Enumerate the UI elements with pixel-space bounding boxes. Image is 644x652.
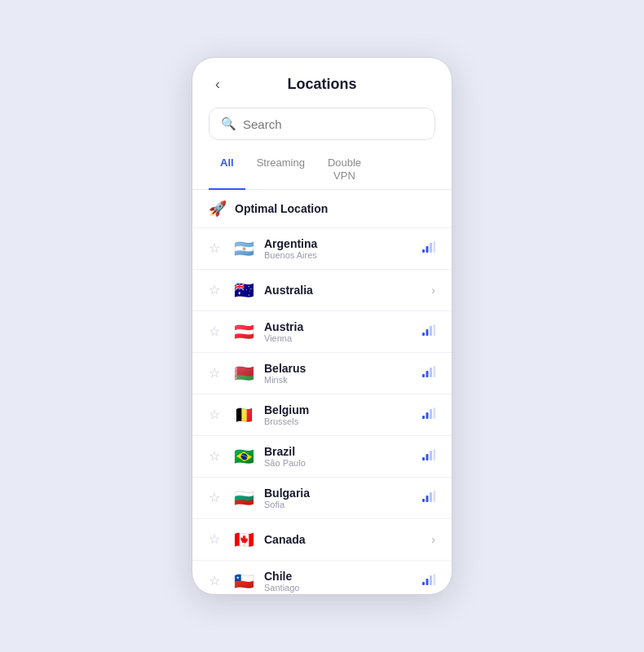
svg-rect-17 [426,454,429,460]
svg-rect-26 [430,575,432,585]
svg-rect-16 [422,457,425,460]
search-icon: 🔍 [221,117,236,131]
favorite-star-icon[interactable]: ☆ [209,573,223,588]
optimal-icon: 🚀 [209,200,227,218]
favorite-star-icon[interactable]: ☆ [209,407,223,422]
signal-icon [421,574,435,588]
country-info: BelgiumBrussels [264,403,412,426]
signal-icon [421,366,435,380]
svg-rect-21 [426,496,429,502]
tab-double-vpn[interactable]: DoubleVPN [316,150,373,190]
signal-icon [421,408,435,421]
country-flag: 🇧🇾 [232,361,256,385]
country-flag: 🇧🇪 [232,403,256,427]
country-name: Chile [264,570,412,583]
search-box: 🔍 [209,108,435,140]
signal-icon [421,491,435,504]
favorite-star-icon[interactable]: ☆ [209,490,223,505]
favorite-star-icon[interactable]: ☆ [209,282,223,297]
city-name: Sofia [264,500,412,509]
favorite-star-icon[interactable]: ☆ [209,324,223,339]
country-flag: 🇦🇺 [232,278,256,302]
country-info: ArgentinaBuenos Aires [264,237,412,260]
tab-streaming[interactable]: Streaming [245,150,316,190]
location-rows-container: ☆🇦🇷ArgentinaBuenos Aires☆🇦🇺Australia›☆🇦🇹… [192,228,452,594]
country-name: Canada [264,533,412,546]
svg-rect-4 [422,333,425,336]
location-row[interactable]: ☆🇦🇹AustriaVienna [192,311,452,353]
city-name: São Paulo [264,458,412,468]
svg-rect-6 [430,326,432,336]
svg-rect-19 [434,449,436,460]
country-name: Australia [264,284,412,297]
location-row[interactable]: ☆🇧🇷BrazilSão Paulo [192,436,452,478]
country-info: AustriaVienna [264,320,412,343]
svg-rect-12 [422,416,425,419]
chevron-right-icon: › [421,533,435,546]
country-info: ChileSantiago [264,570,412,593]
location-row[interactable]: ☆🇦🇺Australia› [192,270,452,311]
country-flag: 🇧🇬 [232,486,256,510]
location-row[interactable]: ☆🇧🇪BelgiumBrussels [192,394,452,436]
page-title: Locations [287,76,356,93]
favorite-star-icon[interactable]: ☆ [209,448,223,464]
svg-rect-7 [434,324,436,336]
tabs-bar: All Streaming DoubleVPN [192,150,452,190]
location-row[interactable]: ☆🇦🇷ArgentinaBuenos Aires [192,228,452,270]
country-flag: 🇨🇱 [232,569,256,593]
country-flag: 🇦🇷 [232,236,256,261]
location-row[interactable]: ☆🇨🇦Canada› [192,519,452,561]
header: ‹ Locations [192,58,452,101]
signal-icon [421,449,435,463]
country-flag: 🇦🇹 [232,319,256,344]
optimal-location-row[interactable]: 🚀 Optimal Location [192,190,452,228]
location-row[interactable]: ☆🇧🇬BulgariaSofia [192,478,452,519]
city-name: Minsk [264,375,412,385]
location-list: 🚀 Optimal Location ☆🇦🇷ArgentinaBuenos Ai… [192,190,452,594]
phone-card: ‹ Locations 🔍 All Streaming DoubleVPN 🚀 … [192,57,452,595]
location-row[interactable]: ☆🇧🇾BelarusMinsk [192,353,452,394]
svg-rect-0 [422,249,425,253]
country-name: Belarus [264,362,412,375]
country-name: Belgium [264,403,412,416]
country-name: Argentina [264,237,412,250]
svg-rect-1 [426,246,429,253]
country-flag: 🇨🇦 [232,527,256,552]
country-name: Austria [264,320,412,333]
svg-rect-23 [434,491,436,502]
svg-rect-5 [426,329,429,336]
country-name: Brazil [264,445,412,458]
svg-rect-27 [434,574,436,585]
favorite-star-icon[interactable]: ☆ [209,365,223,381]
city-name: Brussels [264,416,412,426]
signal-icon [421,241,435,255]
optimal-label: Optimal Location [235,202,328,215]
svg-rect-18 [430,451,432,460]
location-row[interactable]: ☆🇨🇱ChileSantiago [192,561,452,594]
svg-rect-15 [434,408,436,419]
country-name: Bulgaria [264,487,412,500]
country-info: BulgariaSofia [264,487,412,509]
chevron-right-icon: › [421,284,435,297]
city-name: Vienna [264,333,412,343]
country-info: Australia [264,284,412,297]
svg-rect-14 [430,409,432,419]
signal-icon [421,324,435,338]
country-info: BelarusMinsk [264,362,412,385]
svg-rect-20 [422,499,425,502]
svg-rect-13 [426,412,429,419]
svg-rect-3 [434,241,436,253]
back-button[interactable]: ‹ [209,73,227,96]
country-flag: 🇧🇷 [232,444,256,469]
search-container: 🔍 [192,101,452,150]
search-input[interactable] [243,117,423,131]
tab-all[interactable]: All [209,150,245,190]
favorite-star-icon[interactable]: ☆ [209,531,223,547]
svg-rect-22 [430,492,432,502]
svg-rect-11 [434,366,436,377]
svg-rect-9 [426,371,429,377]
svg-rect-8 [422,374,425,377]
city-name: Santiago [264,583,412,593]
svg-rect-2 [430,243,432,253]
favorite-star-icon[interactable]: ☆ [209,240,223,256]
